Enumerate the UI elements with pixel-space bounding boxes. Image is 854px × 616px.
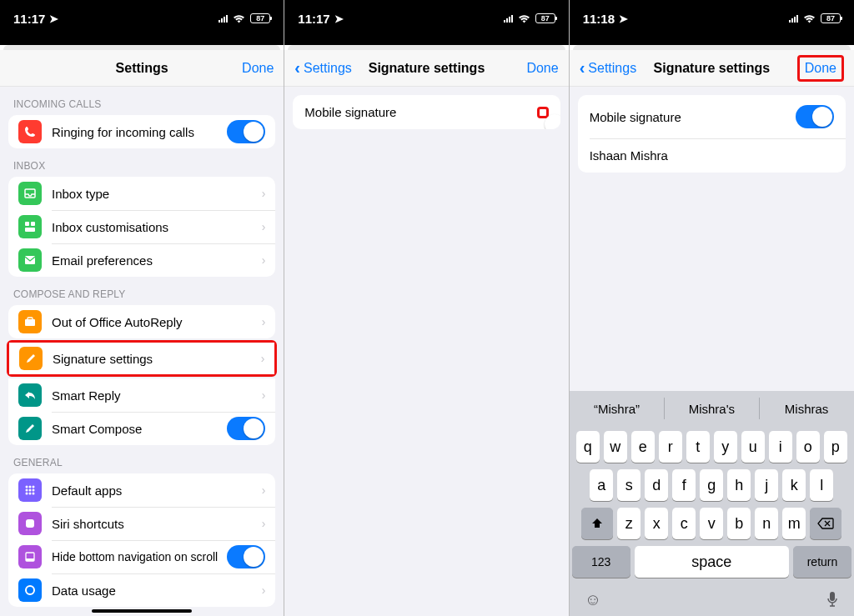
return-key[interactable]: return: [793, 546, 851, 578]
row-label: Email preferences: [52, 253, 262, 268]
row-label: Signature settings: [53, 352, 261, 366]
key-h[interactable]: h: [727, 469, 751, 501]
key-x[interactable]: x: [645, 508, 668, 539]
screen-signature-on: 11:18 ➤ 87 ‹Settings Signature settings …: [570, 0, 854, 616]
email-prefs-row[interactable]: Email preferences ›: [8, 243, 275, 277]
done-button[interactable]: Done: [242, 61, 274, 76]
done-button[interactable]: Done: [526, 61, 558, 76]
svg-point-19: [26, 586, 34, 594]
smart-reply-row[interactable]: Smart Reply ›: [8, 378, 275, 412]
key-v[interactable]: v: [700, 508, 723, 539]
row-label: Inbox type: [52, 187, 262, 201]
key-g[interactable]: g: [700, 469, 723, 501]
key-o[interactable]: o: [796, 431, 820, 463]
inbox-type-row[interactable]: Inbox type ›: [8, 177, 275, 210]
pencil-icon: [19, 347, 43, 370]
numbers-key[interactable]: 123: [572, 546, 630, 578]
mobile-signature-row[interactable]: Mobile signature: [293, 95, 560, 129]
svg-point-7: [26, 486, 28, 488]
suggestion[interactable]: Mishras: [759, 391, 854, 426]
battery-icon: 87: [250, 13, 270, 23]
inbox-custom-icon: [18, 215, 42, 238]
statusbar: 11:18 ➤ 87: [570, 0, 854, 37]
suggestion[interactable]: “Mishra”: [570, 391, 665, 426]
row-label: Inbox customisations: [52, 220, 262, 234]
key-f[interactable]: f: [672, 469, 696, 501]
row-label: Hide bottom navigation on scroll: [52, 550, 227, 563]
key-n[interactable]: n: [755, 508, 778, 539]
key-y[interactable]: y: [714, 431, 737, 463]
svg-point-14: [29, 493, 32, 495]
inbox-custom-row[interactable]: Inbox customisations ›: [8, 210, 275, 243]
location-icon: ➤: [619, 13, 628, 25]
signature-text-row[interactable]: Ishaan Mishra: [578, 138, 846, 173]
key-d[interactable]: d: [645, 469, 668, 501]
signature-settings-row[interactable]: Signature settings ›: [9, 343, 274, 374]
smart-compose-row[interactable]: Smart Compose: [8, 412, 275, 445]
ooo-row[interactable]: Out of Office AutoReply ›: [8, 305, 275, 338]
emoji-key[interactable]: ☺: [585, 590, 601, 609]
navbar: ‹Settings Signature settings Done: [284, 50, 568, 87]
chevron-right-icon: ›: [262, 583, 266, 597]
done-button[interactable]: Done: [797, 55, 844, 82]
row-label: Default apps: [52, 483, 262, 498]
back-button[interactable]: ‹Settings: [294, 58, 351, 78]
back-button[interactable]: ‹Settings: [580, 58, 636, 78]
svg-point-9: [33, 486, 35, 488]
key-z[interactable]: z: [617, 508, 640, 539]
toggle[interactable]: [227, 120, 265, 143]
svg-rect-2: [31, 222, 35, 226]
section-header: GENERAL: [0, 445, 284, 473]
svg-rect-20: [830, 592, 835, 601]
status-time: 11:17: [298, 12, 329, 26]
wifi-icon: [803, 14, 816, 23]
key-m[interactable]: m: [782, 508, 806, 539]
key-t[interactable]: t: [686, 431, 710, 463]
battery-icon: 87: [535, 13, 555, 23]
key-l[interactable]: l: [810, 469, 833, 501]
suggestion[interactable]: Mishra's: [664, 391, 759, 426]
apps-icon: [18, 478, 42, 502]
key-a[interactable]: a: [590, 469, 613, 501]
mobile-signature-row[interactable]: Mobile signature: [578, 95, 846, 138]
key-q[interactable]: q: [576, 431, 600, 463]
row-label: Data usage: [52, 583, 262, 598]
key-k[interactable]: k: [782, 469, 806, 501]
key-i[interactable]: i: [769, 431, 792, 463]
key-u[interactable]: u: [741, 431, 765, 463]
chevron-right-icon: ›: [262, 315, 266, 328]
toggle[interactable]: [227, 545, 265, 568]
svg-rect-1: [25, 222, 29, 226]
mobile-signature-toggle[interactable]: [796, 105, 834, 128]
home-indicator[interactable]: [92, 609, 192, 613]
wifi-icon: [518, 14, 530, 23]
nav-icon: [18, 545, 42, 568]
siri-row[interactable]: Siri shortcuts ›: [8, 507, 275, 540]
ringing-row[interactable]: Ringing for incoming calls: [8, 115, 275, 148]
key-w[interactable]: w: [604, 431, 627, 463]
space-key[interactable]: space: [635, 546, 789, 578]
row-label: Smart Reply: [52, 388, 262, 403]
siri-icon: [18, 512, 42, 535]
shift-key[interactable]: [581, 508, 613, 539]
toggle[interactable]: [227, 417, 265, 440]
backspace-key[interactable]: [810, 508, 841, 539]
compose-icon: [18, 417, 42, 440]
default-apps-row[interactable]: Default apps ›: [8, 473, 275, 507]
data-usage-row[interactable]: Data usage ›: [8, 573, 275, 607]
key-c[interactable]: c: [672, 508, 696, 539]
svg-point-8: [29, 486, 32, 488]
svg-rect-16: [26, 519, 34, 528]
key-j[interactable]: j: [755, 469, 778, 501]
battery-icon: 87: [821, 13, 841, 23]
key-e[interactable]: e: [631, 431, 655, 463]
key-b[interactable]: b: [727, 508, 751, 539]
section-header: INCOMING CALLS: [0, 87, 284, 115]
key-r[interactable]: r: [659, 431, 682, 463]
key-p[interactable]: p: [824, 431, 847, 463]
hide-nav-row[interactable]: Hide bottom navigation on scroll: [8, 540, 275, 573]
key-s[interactable]: s: [617, 469, 640, 501]
inbox-icon: [18, 182, 42, 205]
mic-key[interactable]: [826, 591, 839, 608]
signal-icon: [789, 14, 798, 23]
